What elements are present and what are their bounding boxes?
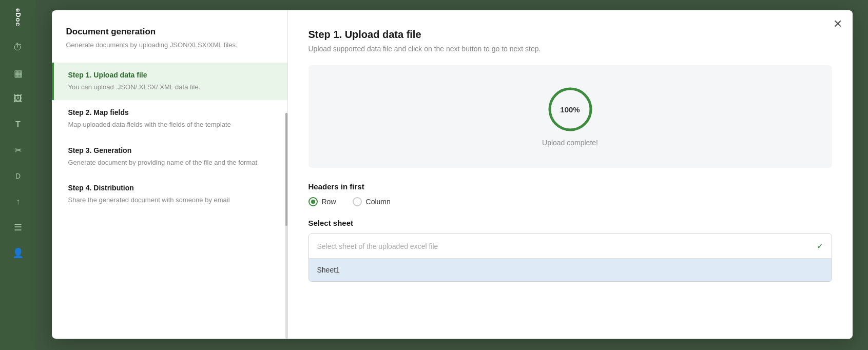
radio-row-option[interactable]: Row bbox=[308, 197, 336, 206]
step1-desc: You can upload .JSON/.XLSX/.XML data fil… bbox=[68, 82, 273, 92]
step-item-1[interactable]: Step 1. Upload data file You can upload … bbox=[52, 63, 287, 101]
list-icon[interactable]: ☰ bbox=[7, 217, 29, 238]
step4-desc: Share the generated document with someon… bbox=[68, 195, 273, 205]
content-subtitle: Upload supported data file and click on … bbox=[308, 45, 832, 53]
progress-label: 100% bbox=[560, 105, 580, 114]
modal: ✕ Document generation Generate documents… bbox=[52, 10, 853, 339]
panel-subtitle: Generate documents by uploading JSON/XLS… bbox=[52, 40, 287, 63]
chevron-down-icon: ✓ bbox=[817, 241, 823, 251]
scroll-indicator bbox=[285, 113, 287, 339]
content-title: Step 1. Upload data file bbox=[308, 29, 832, 41]
sheet-select-header[interactable]: Select sheet of the uploaded excel file … bbox=[309, 234, 832, 259]
sheet-select-container: Select sheet of the uploaded excel file … bbox=[308, 234, 832, 282]
step1-title: Step 1. Upload data file bbox=[68, 71, 273, 79]
sheet-section-title: Select sheet bbox=[308, 219, 832, 227]
step2-title: Step 2. Map fields bbox=[68, 108, 273, 116]
step-item-4[interactable]: Step 4. Distribution Share the generated… bbox=[52, 176, 287, 213]
step2-desc: Map uploaded data fields with the fields… bbox=[68, 120, 273, 130]
template-icon[interactable]: ▦ bbox=[7, 63, 29, 84]
upload-complete-text: Upload complete! bbox=[542, 139, 598, 147]
close-button[interactable]: ✕ bbox=[833, 18, 842, 30]
upload-icon[interactable]: ↑ bbox=[7, 191, 29, 212]
step3-title: Step 3. Generation bbox=[68, 146, 273, 154]
panel-title: Document generation bbox=[52, 27, 287, 40]
radio-row-dot bbox=[308, 197, 318, 206]
circular-progress: 100% bbox=[547, 86, 593, 132]
sidebar: eDoc ⏱ ▦ 🖼 T ✂ D ↑ ☰ 👤 bbox=[0, 0, 36, 350]
user-icon[interactable]: 👤 bbox=[7, 242, 29, 264]
step4-title: Step 4. Distribution bbox=[68, 184, 273, 192]
radio-column-dot bbox=[353, 197, 362, 206]
radio-group: Row Column bbox=[308, 197, 832, 206]
image-icon[interactable]: 🖼 bbox=[7, 88, 29, 110]
radio-column-option[interactable]: Column bbox=[353, 197, 391, 206]
radio-row-label: Row bbox=[322, 198, 336, 206]
upload-area[interactable]: 100% Upload complete! bbox=[308, 65, 832, 168]
step-item-3[interactable]: Step 3. Generation Generate document by … bbox=[52, 138, 287, 176]
right-panel: Step 1. Upload data file Upload supporte… bbox=[288, 10, 853, 339]
scroll-thumb bbox=[285, 113, 287, 226]
step3-desc: Generate document by providing name of t… bbox=[68, 158, 273, 168]
app-shell: eDoc ⏱ ▦ 🖼 T ✂ D ↑ ☰ 👤 ✕ Document genera… bbox=[0, 0, 868, 350]
brand-label: eDoc bbox=[14, 8, 22, 27]
scissor-icon[interactable]: ✂ bbox=[7, 140, 29, 161]
radio-column-label: Column bbox=[366, 198, 391, 206]
sheet-option-1[interactable]: Sheet1 bbox=[309, 259, 832, 281]
step-item-2[interactable]: Step 2. Map fields Map uploaded data fie… bbox=[52, 100, 287, 138]
text-field-icon[interactable]: T bbox=[7, 114, 29, 135]
sheet-select-placeholder: Select sheet of the uploaded excel file bbox=[317, 242, 438, 250]
headers-section-title: Headers in first bbox=[308, 182, 832, 191]
left-panel: Document generation Generate documents b… bbox=[52, 10, 288, 339]
modal-overlay: ✕ Document generation Generate documents… bbox=[36, 0, 868, 350]
doc-icon[interactable]: D bbox=[7, 165, 29, 187]
clock-icon[interactable]: ⏱ bbox=[7, 37, 29, 59]
